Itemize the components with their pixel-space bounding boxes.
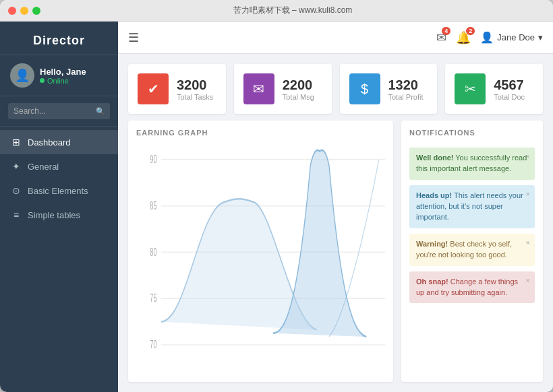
chart-title: EARNING GRAPH <box>136 129 385 137</box>
search-icon: 🔍 <box>96 107 105 116</box>
window-controls <box>8 7 40 15</box>
notification-danger-bold: Oh snap! <box>416 277 448 286</box>
sidebar-item-label: Simple tables <box>28 210 80 220</box>
y-label-90: 90 <box>150 153 156 166</box>
notification-warning: × Warning! Best check yo self, you're no… <box>409 234 535 266</box>
profit-icon-box: $ <box>349 73 380 104</box>
sidebar-brand: Director <box>0 22 118 55</box>
sidebar-item-simple-tables[interactable]: ≡ Simple tables <box>0 203 118 227</box>
app-body: Director 👤 Hello, Jane Online 🔍 <box>0 22 553 392</box>
y-label-70: 70 <box>150 338 156 351</box>
chart-panel: EARNING GRAPH 90 85 80 75 70 <box>128 121 393 382</box>
user-name: Hello, Jane <box>40 67 86 77</box>
email-badge: 4 <box>442 27 450 35</box>
minimize-button[interactable] <box>20 7 28 15</box>
close-warning-icon[interactable]: × <box>526 238 530 249</box>
notification-success-bold: Well done! <box>416 154 453 162</box>
msg-icon-box: ✉ <box>243 73 274 104</box>
tables-icon: ≡ <box>10 209 22 220</box>
title-bar: 苦力吧素材下载 – www.kuli8.com <box>0 0 553 22</box>
general-icon: ✦ <box>10 161 22 172</box>
close-info-icon[interactable]: × <box>526 189 530 200</box>
msg-info: 2200 Total Msg <box>283 77 314 101</box>
search-input[interactable] <box>8 103 110 119</box>
profit-number: 1320 <box>388 77 424 93</box>
doc-icon: ✂ <box>465 81 476 97</box>
notification-info-bold: Heads up! <box>416 191 452 199</box>
close-danger-icon[interactable]: × <box>526 275 530 286</box>
doc-icon-box: ✂ <box>455 73 486 104</box>
elements-icon: ⊙ <box>10 185 22 196</box>
main-content: ☰ ✉ 4 🔔 2 👤 Jane Doe ▾ <box>118 22 553 392</box>
maximize-button[interactable] <box>32 7 40 15</box>
tasks-info: 3200 Total Tasks <box>177 77 213 101</box>
sidebar-item-dashboard[interactable]: ⊞ Dashboard <box>0 130 118 154</box>
dropdown-arrow-icon: ▾ <box>538 32 543 42</box>
sidebar-user: 👤 Hello, Jane Online <box>0 55 118 96</box>
chart-area: 90 85 80 75 70 <box>136 142 385 374</box>
sidebar-item-general[interactable]: ✦ General <box>0 154 118 178</box>
topbar-right: ✉ 4 🔔 2 👤 Jane Doe ▾ <box>436 30 543 45</box>
avatar: 👤 <box>10 63 34 88</box>
status-dot <box>40 78 45 83</box>
user-icon: 👤 <box>480 31 494 44</box>
stat-card-msg: ✉ 2200 Total Msg <box>234 64 332 114</box>
notification-danger: × Oh snap! Change a few things up and tr… <box>409 271 535 304</box>
doc-info: 4567 Total Doc <box>494 77 525 101</box>
msg-label: Total Msg <box>283 93 314 101</box>
notification-info: × Heads up! This alert needs your attent… <box>409 185 535 228</box>
alert-badge: 2 <box>466 27 475 35</box>
window-title: 苦力吧素材下载 – www.kuli8.com <box>40 5 545 16</box>
sidebar-item-label: General <box>28 162 59 172</box>
msg-number: 2200 <box>283 77 314 93</box>
dashboard-icon: ⊞ <box>10 137 22 148</box>
y-label-75: 75 <box>150 292 156 304</box>
sidebar-search[interactable]: 🔍 <box>0 96 118 127</box>
email-notification-icon-wrap[interactable]: ✉ 4 <box>436 30 446 45</box>
sidebar-item-basic-elements[interactable]: ⊙ Basic Elements <box>0 178 118 203</box>
user-status: Online <box>40 77 86 85</box>
notifications-panel: NOTIFICATIONS × Well done! You successfu… <box>401 121 543 382</box>
notifications-title: NOTIFICATIONS <box>409 129 535 137</box>
topbar-user[interactable]: 👤 Jane Doe ▾ <box>480 31 543 44</box>
notification-success: × Well done! You successfully read this … <box>409 148 535 180</box>
tasks-icon-box: ✔ <box>138 73 169 104</box>
brand-title: Director <box>33 34 85 47</box>
y-label-85: 85 <box>150 199 156 212</box>
topbar-username: Jane Doe <box>497 32 535 42</box>
close-success-icon[interactable]: × <box>526 152 530 162</box>
user-info: Hello, Jane Online <box>40 67 86 85</box>
profit-info: 1320 Total Profit <box>388 77 424 101</box>
app-window: 苦力吧素材下载 – www.kuli8.com Director 👤 Hello… <box>0 0 553 392</box>
bottom-row: EARNING GRAPH 90 85 80 75 70 <box>118 121 553 392</box>
profit-label: Total Profit <box>388 93 424 101</box>
earning-chart-svg: 90 85 80 75 70 <box>136 142 385 374</box>
topbar: ☰ ✉ 4 🔔 2 👤 Jane Doe ▾ <box>118 22 553 54</box>
stat-card-doc: ✂ 4567 Total Doc <box>445 64 543 114</box>
tasks-label: Total Tasks <box>177 93 213 101</box>
sidebar: Director 👤 Hello, Jane Online 🔍 <box>0 22 118 392</box>
sidebar-item-label: Dashboard <box>28 137 71 148</box>
doc-label: Total Doc <box>494 93 525 101</box>
tasks-number: 3200 <box>177 77 213 93</box>
alert-notification-icon-wrap[interactable]: 🔔 2 <box>456 30 471 45</box>
notification-warning-bold: Warning! <box>416 240 448 248</box>
stat-card-tasks: ✔ 3200 Total Tasks <box>128 64 226 114</box>
sidebar-item-label: Basic Elements <box>28 186 88 196</box>
hamburger-icon[interactable]: ☰ <box>128 30 139 45</box>
y-label-80: 80 <box>150 246 156 259</box>
close-button[interactable] <box>8 7 16 15</box>
sidebar-nav: ⊞ Dashboard ✦ General ⊙ Basic Elements ≡… <box>0 127 118 392</box>
msg-icon: ✉ <box>253 81 264 97</box>
profit-icon: $ <box>361 81 368 97</box>
stats-row: ✔ 3200 Total Tasks ✉ 2200 Total Msg <box>118 54 553 121</box>
doc-number: 4567 <box>494 77 525 93</box>
stat-card-profit: $ 1320 Total Profit <box>340 64 438 114</box>
tasks-icon: ✔ <box>148 81 159 97</box>
